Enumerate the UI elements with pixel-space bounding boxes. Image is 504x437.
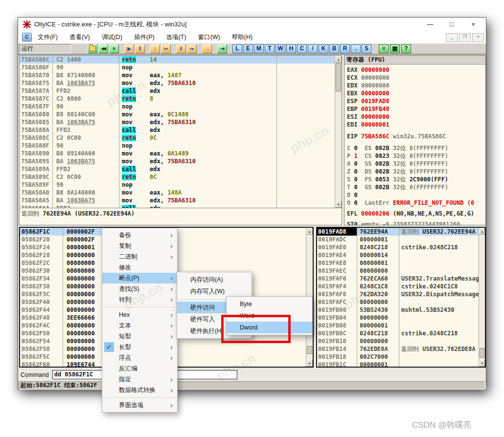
- window-button-E[interactable]: E: [243, 44, 253, 53]
- stack-row[interactable]: 0019FAE400000014: [317, 251, 479, 259]
- context-menu-item-断点(P)[interactable]: 断点(P)›: [102, 273, 177, 284]
- disasm-row[interactable]: 75BA589AFFD2calledx: [20, 165, 335, 173]
- mdi-minimize-icon[interactable]: _: [446, 33, 458, 42]
- stack-row[interactable]: 0019FB0C0248C218cstrike.0248C218: [317, 329, 479, 337]
- window-button-B[interactable]: B: [329, 44, 339, 53]
- register-row[interactable]: ESI 00000000: [347, 113, 485, 121]
- menubar-item-窗口(W)[interactable]: 窗口(W): [192, 31, 226, 43]
- disasm-row[interactable]: 75BA587CC2 0800retn8: [20, 95, 335, 103]
- scroll-up-icon[interactable]: ▲: [479, 228, 485, 235]
- disasm-row[interactable]: 75BA5890B8 89140A00moveax, 0A1489: [20, 150, 335, 157]
- scroll-up-icon[interactable]: ▲: [306, 228, 313, 235]
- menubar-item-选项(T)[interactable]: 选项(T): [160, 31, 192, 43]
- disasm-row[interactable]: 75BA5880B8 88140C00moveax, 0C1488: [20, 110, 335, 118]
- window-button-S[interactable]: S: [362, 44, 371, 53]
- disasm-row[interactable]: 75BA58AAFFD2calledx: [20, 204, 335, 208]
- disasm-row[interactable]: 75BA58A0B8 8A140000moveax, 148A: [20, 189, 335, 197]
- stack-row[interactable]: 0019FB0800000001: [317, 322, 479, 329]
- menubar-item-查看(V)[interactable]: 查看(V): [64, 31, 96, 43]
- disasm-row[interactable]: 75BA5870B8 87140000moveax, 1487: [20, 71, 335, 79]
- register-row[interactable]: EBP 0019FB48: [347, 105, 485, 113]
- flag-row[interactable]: S 0 FS 0053 32位 2C9000(FFF): [347, 175, 485, 183]
- disasm-row[interactable]: 75BA5875BA 1063BA75movedx, 75BA6310: [20, 79, 335, 87]
- scroll-down-icon[interactable]: ▼: [335, 201, 342, 208]
- flag-row[interactable]: O 0 LastErr ERROR_FILE_NOT_FOUND (0: [347, 199, 485, 207]
- context-menu-item-查找(S)[interactable]: 查找(S)›: [102, 284, 177, 294]
- disasm-row[interactable]: 75BA587F90nop: [20, 103, 335, 110]
- pause-button[interactable]: ‖: [135, 44, 145, 53]
- disasm-row[interactable]: 75BA5885BA 1063BA75movedx, 75BA6310: [20, 118, 335, 126]
- stack-row[interactable]: 0019FB1000000000: [317, 337, 479, 345]
- context-menu-item-二进制[interactable]: 二进制›: [102, 251, 177, 262]
- minimize-icon[interactable]: —: [419, 18, 441, 31]
- stack-scrollbar[interactable]: ▲ ▼: [479, 228, 485, 367]
- window-button-...[interactable]: ...: [351, 44, 361, 53]
- window-button-T[interactable]: T: [265, 44, 275, 53]
- mdi-close-icon[interactable]: ×: [472, 33, 484, 42]
- go-to-address-button[interactable]: ⇥: [217, 44, 227, 53]
- flag-row[interactable]: T 0 GS 002B 32位 0(FFFFFFFF): [347, 183, 485, 191]
- context-menu-item-备份[interactable]: 备份›: [102, 230, 177, 240]
- flag-row[interactable]: D 0: [347, 191, 485, 199]
- window-button-R[interactable]: R: [340, 44, 350, 53]
- register-row[interactable]: EBX 00000000: [347, 89, 485, 97]
- restart-button[interactable]: ◀◀: [98, 44, 108, 53]
- dump-scroll-thumb[interactable]: [307, 346, 312, 354]
- mdi-restore-icon[interactable]: ❐: [459, 33, 471, 42]
- stack-row[interactable]: 0019FAFC00000000: [317, 298, 479, 306]
- stack-row[interactable]: 0019FB0400000000: [317, 314, 479, 322]
- disasm-row[interactable]: 75BA586F90nop: [20, 64, 335, 71]
- disasm-row[interactable]: 75BA587AFFD2calledx: [20, 87, 335, 95]
- animate-over-button[interactable]: ⇒: [187, 44, 197, 53]
- close-icon[interactable]: ×: [462, 18, 484, 31]
- disasm-row[interactable]: 75BA588F90nop: [20, 142, 335, 150]
- stack-row[interactable]: 0019FAD8762EE94A返回到 USER32.762EE94A: [317, 228, 479, 236]
- window-button-/[interactable]: /: [308, 44, 318, 53]
- stack-row[interactable]: 0019FAE00248C218cstrike.0248C218: [317, 243, 479, 251]
- stack-row[interactable]: 0019FB1C00000001: [317, 361, 479, 367]
- disasm-scroll-thumb[interactable]: [336, 63, 341, 91]
- disasm-row[interactable]: 75BA58A5BA 1063BA75movedx, 75BA6310: [20, 197, 335, 204]
- window-button-L[interactable]: L: [232, 44, 242, 53]
- disasm-scrollbar[interactable]: ▲ ▼: [335, 56, 342, 208]
- st0-row[interactable]: ST0 empty -6.2359373223443981260: [347, 220, 485, 225]
- step-into-button[interactable]: ↓: [150, 44, 160, 53]
- menubar-item-帮助(H)[interactable]: 帮助(H): [226, 31, 258, 43]
- context-menu-item-Hex[interactable]: Hex›: [102, 309, 177, 320]
- register-row[interactable]: ESP 0019FAD8: [347, 97, 485, 105]
- animate-into-button[interactable]: ⇓: [176, 44, 186, 53]
- appearance-button[interactable]: ≡: [379, 44, 389, 53]
- menubar-item-调试(D)[interactable]: 调试(D): [96, 31, 128, 43]
- window-button-M[interactable]: M: [254, 44, 264, 53]
- window-button-C[interactable]: C: [297, 44, 307, 53]
- context-menu-item-文本[interactable]: 文本›: [102, 320, 177, 331]
- disasm-row[interactable]: 75BA588AFFD2calledx: [20, 126, 335, 134]
- stack-row[interactable]: 0019FAEC00000000: [317, 267, 479, 275]
- register-row[interactable]: EDI 00000001: [347, 121, 485, 129]
- flag-row[interactable]: C 0 ES 002B 32位 0(FFFFFFFF): [347, 144, 485, 152]
- open-file-button[interactable]: [88, 44, 97, 53]
- window-button-W[interactable]: W: [275, 44, 285, 53]
- scroll-up-icon[interactable]: ▲: [335, 56, 342, 63]
- run-button[interactable]: ▶: [124, 44, 134, 53]
- efl-row[interactable]: EFL 00000206 (NO,NB,NE,A,NS,PE,GE,G): [347, 210, 485, 218]
- scroll-down-icon[interactable]: ▼: [479, 360, 485, 367]
- context-menu-item-界面选项[interactable]: 界面选项›: [102, 400, 177, 411]
- help-button[interactable]: ?: [401, 44, 411, 53]
- stack-row[interactable]: 0019FAF40248C1C8cstrike.0248C1C8: [317, 283, 479, 290]
- context-menu-item-复制[interactable]: 复制›: [102, 240, 177, 251]
- register-row[interactable]: EDX 00000000: [347, 82, 485, 89]
- stack-scroll-thumb[interactable]: [480, 348, 484, 358]
- breakpoint-submenu-item-内存写入(W)[interactable]: 内存写入(W): [177, 285, 252, 297]
- disasm-row[interactable]: 75BA589F90nop: [20, 181, 335, 189]
- context-menu-item-指定[interactable]: 指定›: [102, 374, 177, 385]
- context-menu-item-数据格式转换[interactable]: 数据格式转换›: [102, 385, 177, 395]
- disasm-row[interactable]: 75BA588CC2 0C00retn0C: [20, 134, 335, 142]
- step-over-button[interactable]: ↦: [161, 44, 171, 53]
- stack-row[interactable]: 0019FB18002C7000: [317, 353, 479, 361]
- colors-button[interactable]: ▦: [390, 44, 400, 53]
- context-menu-item-长型[interactable]: ✓长型›: [102, 342, 177, 352]
- stack-row[interactable]: 0019FAF0762ECA60USER32.TranslateMessage: [317, 275, 479, 283]
- stack-row[interactable]: 0019FAF8762DA320USER32.DispatchMessage: [317, 290, 479, 298]
- register-row[interactable]: ECX 00000000: [347, 74, 485, 82]
